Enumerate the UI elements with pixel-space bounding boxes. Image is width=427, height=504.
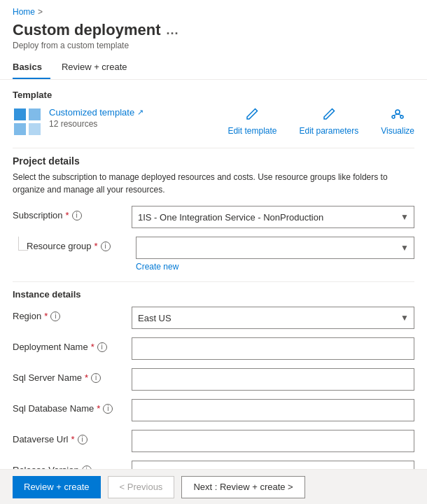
dataverse-url-info-icon[interactable]: i [78,435,88,444]
visualize-icon [391,107,405,123]
instance-details-section: Instance details Region * i East US ▼ De… [13,289,414,483]
svg-point-4 [396,110,400,114]
subscription-select[interactable]: 1IS - One Integration Service - NonProdu… [132,206,414,228]
sql-server-info-icon[interactable]: i [91,373,101,383]
breadcrumb-separator: > [38,7,43,17]
sql-database-control [132,399,414,421]
review-create-button[interactable]: Review + create [13,476,101,498]
resource-group-select-wrapper: ▼ [136,237,414,259]
tab-review-create[interactable]: Review + create [62,56,136,79]
template-section-title: Template [13,90,414,100]
region-required: * [44,311,48,321]
template-icon [13,107,42,136]
sql-database-input[interactable] [132,399,414,421]
tab-basics[interactable]: Basics [13,56,50,79]
subscription-info-icon[interactable]: i [72,211,82,220]
deployment-name-info-icon[interactable]: i [97,342,107,352]
svg-rect-2 [14,123,26,135]
dataverse-url-row: Dataverse Url * i [13,430,414,452]
region-row: Region * i East US ▼ [13,307,414,329]
region-info-icon[interactable]: i [50,312,60,321]
sql-database-required: * [97,403,100,414]
resource-group-select[interactable] [136,237,414,259]
sql-server-name-row: Sql Server Name * i [13,368,414,391]
subscription-required: * [66,210,69,220]
divider-2 [13,281,414,282]
svg-rect-0 [14,108,26,120]
sql-server-input[interactable] [132,368,414,391]
template-link[interactable]: Customized template ↗ [49,107,214,118]
sql-server-name-label: Sql Server Name * i [13,368,132,383]
dataverse-url-required: * [71,434,74,444]
deployment-name-label: Deployment Name * i [13,337,132,352]
sql-server-control [132,368,414,391]
external-link-icon: ↗ [137,108,144,117]
svg-rect-3 [29,123,41,135]
page-subtitle: Deploy from a custom template [13,41,414,50]
main-content: Template Customized template ↗ 12 resour… [0,80,427,501]
template-actions: Edit template Edit parameters [214,107,414,136]
ellipsis-menu-button[interactable]: ... [166,23,178,38]
instance-details-title: Instance details [13,289,414,300]
subscription-select-wrapper: 1IS - One Integration Service - NonProdu… [132,206,414,228]
template-row: Customized template ↗ 12 resources Edit … [13,107,414,136]
subscription-control: 1IS - One Integration Service - NonProdu… [132,206,414,228]
divider-1 [13,148,414,148]
sql-database-name-row: Sql Database Name * i [13,399,414,421]
resource-group-info-icon[interactable]: i [101,241,111,251]
svg-line-7 [393,114,398,115]
deployment-name-control [132,337,414,360]
dataverse-url-input[interactable] [132,430,414,452]
sql-server-required: * [85,372,88,383]
edit-template-icon [245,107,259,123]
deployment-name-row: Deployment Name * i [13,337,414,360]
sql-database-name-label: Sql Database Name * i [13,399,132,414]
dataverse-url-label: Dataverse Url * i [13,430,132,444]
region-label: Region * i [13,307,132,321]
svg-point-6 [400,115,403,118]
create-new-link[interactable]: Create new [136,262,178,272]
previous-button[interactable]: < Previous [108,476,175,498]
project-details-title: Project details [13,155,414,167]
breadcrumb: Home > [0,0,427,20]
deployment-name-input[interactable] [132,337,414,360]
visualize-button[interactable]: Visualize [381,107,414,136]
edit-parameters-icon [322,107,336,123]
template-info: Customized template ↗ 12 resources [49,107,214,129]
resource-group-required: * [94,241,98,251]
sql-database-info-icon[interactable]: i [103,404,113,414]
subscription-label: Subscription * i [13,206,132,220]
svg-point-5 [392,115,395,118]
svg-rect-1 [29,108,41,120]
project-description: Select the subscription to manage deploy… [13,171,414,196]
page-title: Custom deployment [13,21,160,39]
next-button[interactable]: Next : Review + create > [181,476,304,498]
edit-template-button[interactable]: Edit template [227,107,276,136]
deployment-name-required: * [91,342,94,352]
page-header: Custom deployment ... Deploy from a cust… [0,20,427,56]
region-control: East US ▼ [132,307,414,329]
edit-parameters-button[interactable]: Edit parameters [299,107,358,136]
resource-group-label-wrapper: Resource group * i [27,237,136,251]
resource-group-control: ▼ Create new [136,237,414,272]
footer-bar: Review + create < Previous Next : Review… [0,469,427,504]
tabs-container: Basics Review + create [0,56,427,80]
template-resources: 12 resources [49,119,214,129]
subscription-row: Subscription * i 1IS - One Integration S… [13,206,414,228]
dataverse-url-control [132,430,414,452]
svg-line-8 [398,114,402,115]
region-select[interactable]: East US [132,307,414,329]
breadcrumb-home[interactable]: Home [13,7,35,17]
